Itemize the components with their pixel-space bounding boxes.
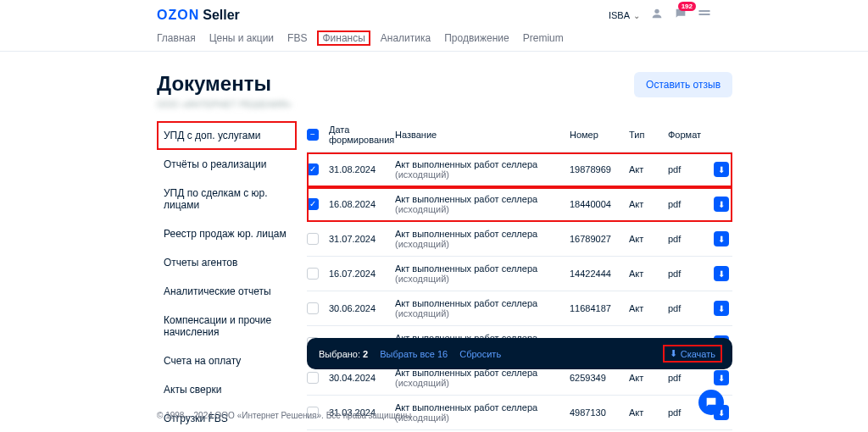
sidebar-item[interactable]: Реестр продаж юр. лицам (157, 219, 297, 248)
nav-item[interactable]: FBS (287, 32, 307, 44)
nav-item[interactable]: Финансы (317, 30, 370, 46)
col-format[interactable]: Формат (668, 130, 714, 140)
user-icon[interactable] (650, 7, 664, 24)
select-all-link[interactable]: Выбрать все 16 (380, 349, 448, 359)
table-row: 16.07.2024Акт выполненных работ селлера(… (307, 257, 732, 291)
sidebar-item[interactable]: УПД с доп. услугами (157, 121, 297, 150)
download-button[interactable]: ⬇ (714, 231, 729, 246)
sidebar-item[interactable]: Аналитические отчеты (157, 277, 297, 306)
cell-num: 6259349 (570, 373, 629, 383)
chat-icon[interactable]: 192 (674, 7, 687, 24)
svg-rect-2 (698, 14, 709, 15)
col-num[interactable]: Номер (570, 130, 629, 140)
cell-name: Акт выполненных работ селлера(исходящий) (395, 229, 570, 249)
apps-icon[interactable] (698, 7, 711, 24)
cell-num: 18440004 (570, 199, 629, 209)
row-checkbox[interactable] (307, 268, 329, 280)
selected-label: Выбрано: (319, 349, 360, 359)
nav-item[interactable]: Premium (523, 32, 564, 44)
user-name: ISBA (609, 10, 630, 20)
svg-rect-1 (698, 10, 709, 12)
chevron-down-icon: ⌄ (633, 11, 640, 20)
row-checkbox[interactable] (307, 302, 329, 314)
download-selected-button[interactable]: ⬇ Скачать (665, 346, 721, 361)
cell-format: pdf (668, 164, 714, 174)
cell-date: 30.04.2024 (329, 373, 395, 383)
row-checkbox[interactable]: ✓ (307, 163, 329, 175)
nav-item[interactable]: Главная (157, 32, 196, 44)
download-icon: ⬇ (670, 348, 677, 359)
row-checkbox[interactable] (307, 372, 329, 384)
user-dropdown[interactable]: ISBA ⌄ (609, 10, 640, 20)
chat-fab[interactable] (698, 390, 724, 415)
cell-type: Акт (629, 373, 668, 383)
page-title: Документы (157, 72, 292, 96)
col-date[interactable]: Дата формирования (329, 125, 395, 145)
selection-bar: Выбрано: 2 Выбрать все 16 Сбросить ⬇ Ска… (307, 338, 732, 369)
cell-num: 11684187 (570, 303, 629, 313)
cell-name: Акт выполненных работ селлера(исходящий) (395, 368, 570, 388)
select-all-checkbox[interactable]: − (307, 129, 329, 141)
row-checkbox[interactable]: ✓ (307, 198, 329, 210)
review-button[interactable]: Оставить отзыв (634, 72, 732, 97)
cell-type: Акт (629, 234, 668, 244)
cell-date: 30.06.2024 (329, 303, 395, 313)
cell-date: 16.07.2024 (329, 269, 395, 279)
cell-name: Акт выполненных работ селлера(исходящий) (395, 263, 570, 284)
cell-name: Акт выполненных работ селлера(исходящий) (395, 159, 570, 180)
logo[interactable]: OZON Seller (157, 8, 240, 23)
download-button[interactable]: ⬇ (714, 370, 729, 385)
cell-type: Акт (629, 303, 668, 313)
svg-point-0 (654, 9, 659, 14)
cell-name: Акт выполненных работ селлера(исходящий) (395, 402, 570, 423)
sidebar-item[interactable]: УПД по сделкам с юр. лицами (157, 179, 297, 219)
cell-name: Акт выполненных работ селлера(исходящий) (395, 298, 570, 318)
table-row: ✓16.08.2024Акт выполненных работ селлера… (307, 187, 732, 222)
sidebar-item[interactable]: Отчеты агентов (157, 248, 297, 277)
cell-type: Акт (629, 407, 668, 418)
table-row: 31.07.2024Акт выполненных работ селлера(… (307, 222, 732, 257)
cell-format: pdf (668, 269, 714, 279)
table-row: 30.06.2024Акт выполненных работ селлера(… (307, 291, 732, 326)
sidebar-item[interactable]: Акты сверки (157, 375, 297, 404)
cell-num: 16789027 (570, 234, 629, 244)
cell-num: 4987130 (570, 407, 629, 418)
sidebar-item[interactable]: Счета на оплату (157, 346, 297, 375)
cell-date: 31.08.2024 (329, 164, 395, 174)
badge: 192 (678, 2, 696, 11)
cell-name: Акт выполненных работ селлера(исходящий) (395, 194, 570, 214)
cell-num: 14422444 (570, 269, 629, 279)
cell-type: Акт (629, 199, 668, 209)
col-name[interactable]: Название (395, 130, 570, 140)
download-button[interactable]: ⬇ (714, 162, 729, 177)
nav-item[interactable]: Цены и акции (209, 32, 274, 44)
cell-num: 19878969 (570, 164, 629, 174)
footer: © 1998 – 2024 ООО «Интернет Решения». Вс… (157, 411, 411, 420)
cell-format: pdf (668, 199, 714, 209)
page-subtitle: ООО «ИНТЕРНЕТ РЕШЕНИЯ» (157, 99, 292, 109)
reset-link[interactable]: Сбросить (459, 349, 501, 359)
cell-format: pdf (668, 234, 714, 244)
cell-date: 31.07.2024 (329, 234, 395, 244)
selected-count: 2 (363, 349, 368, 359)
nav-item[interactable]: Аналитика (381, 32, 431, 44)
col-type[interactable]: Тип (629, 130, 668, 140)
cell-date: 16.08.2024 (329, 199, 395, 209)
cell-format: pdf (668, 303, 714, 313)
table-row: ✓31.08.2024Акт выполненных работ селлера… (307, 152, 732, 187)
download-button[interactable]: ⬇ (714, 197, 729, 212)
download-button[interactable]: ⬇ (714, 266, 729, 281)
sidebar-item[interactable]: Отчёты о реализации (157, 150, 297, 179)
cell-type: Акт (629, 269, 668, 279)
download-button[interactable]: ⬇ (714, 301, 729, 316)
sidebar-item[interactable]: Компенсации и прочие начисления (157, 306, 297, 346)
cell-format: pdf (668, 373, 714, 383)
row-checkbox[interactable] (307, 233, 329, 245)
nav-item[interactable]: Продвижение (444, 32, 509, 44)
cell-type: Акт (629, 164, 668, 174)
